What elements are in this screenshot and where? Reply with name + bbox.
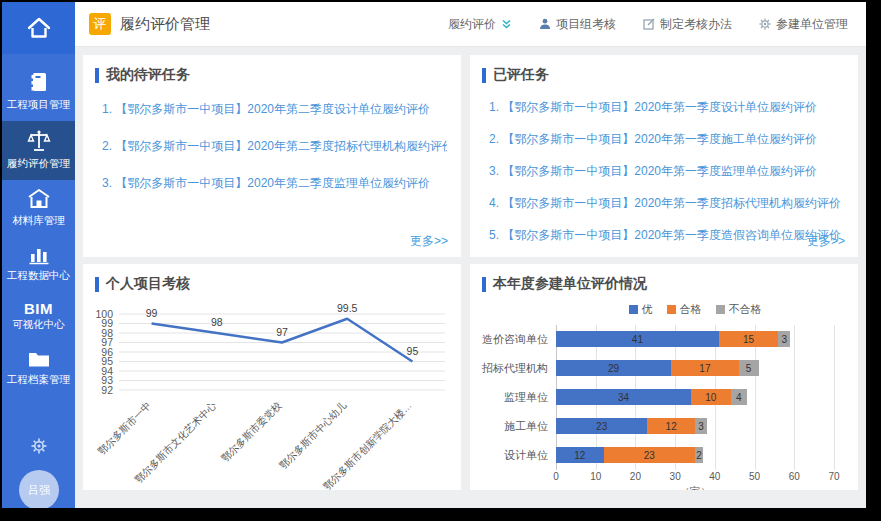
bar-segment: 17: [671, 360, 739, 376]
bar-segment: 29: [556, 360, 671, 376]
gear-icon: [759, 18, 771, 30]
more-link[interactable]: 更多>>: [410, 233, 448, 250]
sidebar-item-evaluation[interactable]: 履约评价管理: [2, 121, 75, 180]
data-label: 95: [407, 345, 419, 357]
window-frame: 工程项目管理 履约评价管理 材料库管理: [0, 0, 881, 521]
panel-title: 我的待评任务: [106, 66, 190, 84]
sidebar-item-projects[interactable]: 工程项目管理: [2, 62, 75, 121]
bar-segment: 12: [556, 447, 604, 463]
bar-row: 监理单位34104: [556, 389, 747, 405]
sidebar-item-data-center[interactable]: 工程数据中心: [2, 237, 75, 292]
nav-item-define-assessment-method[interactable]: 制定考核办法: [643, 16, 732, 33]
task-link[interactable]: 2. 【鄂尔多斯市一中项目】2020年第二季度招标代理机构履约评价: [102, 138, 447, 155]
bar-segment: 3: [695, 418, 707, 434]
x-tick-label: 60: [782, 471, 806, 482]
notebook-icon: [28, 70, 50, 94]
bar-category-label: 造价咨询单位: [482, 332, 548, 347]
legend-swatch: [629, 305, 638, 314]
bar-segment: 10: [691, 389, 731, 405]
y-tick-label: 92: [101, 384, 113, 396]
gridline: [834, 325, 835, 470]
task-link[interactable]: 1. 【鄂尔多斯市一中项目】2020年第二季度设计单位履约评价: [102, 101, 447, 118]
settings-button[interactable]: [2, 438, 75, 458]
bar-segment: 23: [556, 418, 647, 434]
nav-item-project-group-assessment[interactable]: 项目组考核: [539, 16, 616, 33]
pending-task-list: 1. 【鄂尔多斯市一中项目】2020年第二季度设计单位履约评价2. 【鄂尔多斯市…: [83, 101, 461, 192]
bar-row: 造价咨询单位41153: [556, 331, 790, 347]
nav-item-label: 制定考核办法: [660, 16, 732, 33]
x-tick-label: 10: [584, 471, 608, 482]
evaluated-task-list: 1. 【鄂尔多斯市一中项目】2020年第一季度设计单位履约评价2. 【鄂尔多斯市…: [470, 99, 858, 244]
bar-segment: 12: [647, 418, 695, 434]
title-accent-bar: [95, 277, 99, 292]
title-accent-bar: [95, 68, 99, 83]
personal-assessment-panel: 个人项目考核 100999897969594939299989799.595鄂尔…: [83, 264, 461, 490]
sidebar-item-label: 可视化中心: [4, 318, 73, 332]
gridline: [794, 325, 795, 470]
bar-category-label: 监理单位: [504, 390, 548, 405]
sidebar-item-bim[interactable]: BIM 可视化中心: [2, 292, 75, 341]
nav-item-participating-units[interactable]: 参建单位管理: [759, 16, 848, 33]
x-axis-ticks: 010203040506070: [556, 470, 834, 483]
scales-icon: [27, 129, 51, 153]
title-accent-bar: [482, 68, 486, 83]
x-axis-label: （家）: [556, 483, 834, 490]
x-tick-label: 鄂尔多斯市一中: [96, 400, 153, 457]
sidebar-item-label: 工程数据中心: [4, 269, 73, 283]
home-button[interactable]: [2, 2, 75, 54]
pending-tasks-panel: 我的待评任务 1. 【鄂尔多斯市一中项目】2020年第二季度设计单位履约评价2.…: [83, 55, 461, 257]
bim-text-icon: BIM: [4, 300, 73, 318]
bar-chart-icon: [28, 245, 50, 265]
task-link[interactable]: 3. 【鄂尔多斯市一中项目】2020年第一季度监理单位履约评价: [489, 163, 844, 180]
bar-category-label: 招标代理机构: [482, 361, 548, 376]
x-tick-label: 鄂尔多斯市委党校: [219, 400, 283, 464]
folder-icon: [27, 349, 51, 369]
chart-legend: 优合格不合格: [556, 302, 834, 317]
avatar[interactable]: 吕强: [19, 470, 59, 508]
sidebar-item-archives[interactable]: 工程档案管理: [2, 341, 75, 396]
task-link[interactable]: 5. 【鄂尔多斯市一中项目】2020年第一季度造假咨询单位履约评价: [489, 227, 844, 244]
data-label: 97: [276, 326, 288, 338]
legend-item: 不合格: [716, 302, 762, 317]
bar-row: 施工单位23123: [556, 418, 707, 434]
bar-segment: 23: [604, 447, 695, 463]
page-badge: 评: [89, 13, 111, 35]
chevrons-down-icon: [501, 19, 512, 30]
sidebar-item-materials[interactable]: 材料库管理: [2, 180, 75, 237]
edit-icon: [643, 18, 655, 30]
x-tick-label: 30: [663, 471, 687, 482]
settings-gear-icon: [31, 438, 47, 454]
bar-segment: 2: [695, 447, 703, 463]
page-title: 履约评价管理: [120, 15, 210, 34]
bar-segment: 34: [556, 389, 691, 405]
warehouse-icon: [27, 188, 51, 210]
task-link[interactable]: 2. 【鄂尔多斯市一中项目】2020年第一季度施工单位履约评价: [489, 131, 844, 148]
nav-item-performance-evaluation[interactable]: 履约评价: [448, 16, 512, 33]
task-link[interactable]: 3. 【鄂尔多斯市一中项目】2020年第二季度监理单位履约评价: [102, 175, 447, 192]
sidebar-item-label: 材料库管理: [4, 214, 73, 228]
unit-evaluation-panel: 本年度参建单位评价情况 优合格不合格 造价咨询单位41153招标代理机构2917…: [470, 264, 858, 490]
bar-category-label: 施工单位: [504, 419, 548, 434]
evaluated-tasks-panel: 已评任务 1. 【鄂尔多斯市一中项目】2020年第一季度设计单位履约评价2. 【…: [470, 55, 858, 257]
data-label: 99: [146, 307, 158, 319]
line-chart: 100999897969594939299989799.595鄂尔多斯市一中鄂尔…: [83, 298, 461, 490]
main-content: 我的待评任务 1. 【鄂尔多斯市一中项目】2020年第二季度设计单位履约评价2.…: [75, 47, 866, 508]
bar-segment: 4: [731, 389, 747, 405]
nav-item-label: 参建单位管理: [776, 16, 848, 33]
more-link[interactable]: 更多>>: [807, 233, 845, 250]
bar-chart: 优合格不合格 造价咨询单位41153招标代理机构29175监理单位34104施工…: [470, 302, 858, 490]
sidebar-item-label: 工程档案管理: [4, 373, 73, 387]
x-tick-label: 鄂尔多斯市中心幼儿: [277, 400, 348, 471]
bar-segment: 3: [778, 331, 790, 347]
nav-item-label: 项目组考核: [556, 16, 616, 33]
legend-swatch: [667, 305, 676, 314]
legend-label: 合格: [680, 302, 702, 317]
task-link[interactable]: 1. 【鄂尔多斯市一中项目】2020年第一季度设计单位履约评价: [489, 99, 844, 116]
bar-row: 设计单位12232: [556, 447, 703, 463]
bar-category-label: 设计单位: [504, 448, 548, 463]
bar-plot-area: 造价咨询单位41153招标代理机构29175监理单位34104施工单位23123…: [556, 325, 834, 470]
legend-swatch: [716, 305, 725, 314]
top-nav: 履约评价 项目组考核 制定考核办法: [448, 16, 848, 33]
data-label: 98: [211, 316, 223, 328]
task-link[interactable]: 4. 【鄂尔多斯市一中项目】2020年第一季度招标代理机构履约评价: [489, 195, 844, 212]
